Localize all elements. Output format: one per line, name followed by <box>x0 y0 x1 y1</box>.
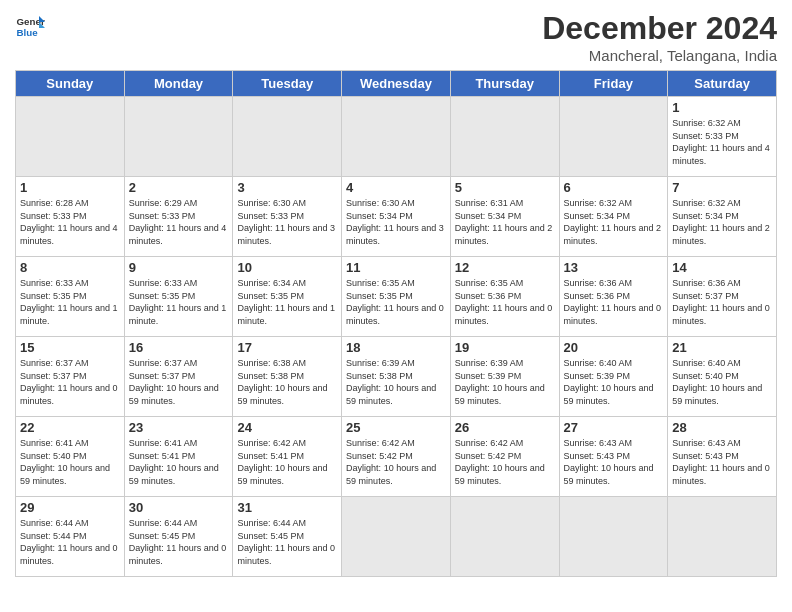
daylight: Daylight: 11 hours and 0 minutes. <box>129 543 227 566</box>
daylight: Daylight: 11 hours and 4 minutes. <box>129 223 227 246</box>
calendar-cell <box>342 97 451 177</box>
calendar-cell: 4 Sunrise: 6:30 AM Sunset: 5:34 PM Dayli… <box>342 177 451 257</box>
daylight: Daylight: 10 hours and 59 minutes. <box>129 383 219 406</box>
day-info: Sunrise: 6:44 AM Sunset: 5:45 PM Dayligh… <box>129 517 229 567</box>
day-number: 10 <box>237 260 337 275</box>
calendar-cell: 25 Sunrise: 6:42 AM Sunset: 5:42 PM Dayl… <box>342 417 451 497</box>
daylight: Daylight: 11 hours and 0 minutes. <box>346 303 444 326</box>
sunset: Sunset: 5:45 PM <box>237 531 304 541</box>
sunrise: Sunrise: 6:40 AM <box>672 358 741 368</box>
calendar-week-4: 22 Sunrise: 6:41 AM Sunset: 5:40 PM Dayl… <box>16 417 777 497</box>
calendar-cell <box>16 97 125 177</box>
daylight: Daylight: 11 hours and 0 minutes. <box>20 543 118 566</box>
calendar-cell: 23 Sunrise: 6:41 AM Sunset: 5:41 PM Dayl… <box>124 417 233 497</box>
sunset: Sunset: 5:39 PM <box>455 371 522 381</box>
daylight: Daylight: 11 hours and 0 minutes. <box>672 463 770 486</box>
sunset: Sunset: 5:34 PM <box>672 211 739 221</box>
day-number: 30 <box>129 500 229 515</box>
title-section: December 2024 Mancheral, Telangana, Indi… <box>542 10 777 64</box>
daylight: Daylight: 10 hours and 59 minutes. <box>564 383 654 406</box>
day-info: Sunrise: 6:44 AM Sunset: 5:45 PM Dayligh… <box>237 517 337 567</box>
sunset: Sunset: 5:34 PM <box>564 211 631 221</box>
calendar-container: General Blue December 2024 Mancheral, Te… <box>0 0 792 587</box>
daylight: Daylight: 11 hours and 0 minutes. <box>672 303 770 326</box>
day-info: Sunrise: 6:32 AM Sunset: 5:33 PM Dayligh… <box>672 117 772 167</box>
col-friday: Friday <box>559 71 668 97</box>
sunset: Sunset: 5:39 PM <box>564 371 631 381</box>
sunset: Sunset: 5:40 PM <box>672 371 739 381</box>
day-info: Sunrise: 6:41 AM Sunset: 5:41 PM Dayligh… <box>129 437 229 487</box>
day-number: 13 <box>564 260 664 275</box>
sunset: Sunset: 5:37 PM <box>129 371 196 381</box>
sunset: Sunset: 5:33 PM <box>129 211 196 221</box>
sunset: Sunset: 5:43 PM <box>672 451 739 461</box>
day-info: Sunrise: 6:29 AM Sunset: 5:33 PM Dayligh… <box>129 197 229 247</box>
daylight: Daylight: 10 hours and 59 minutes. <box>346 383 436 406</box>
sunset: Sunset: 5:41 PM <box>129 451 196 461</box>
sunset: Sunset: 5:35 PM <box>237 291 304 301</box>
calendar-cell: 1 Sunrise: 6:28 AM Sunset: 5:33 PM Dayli… <box>16 177 125 257</box>
calendar-week-3: 15 Sunrise: 6:37 AM Sunset: 5:37 PM Dayl… <box>16 337 777 417</box>
calendar-table: Sunday Monday Tuesday Wednesday Thursday… <box>15 70 777 577</box>
day-number: 2 <box>129 180 229 195</box>
sunrise: Sunrise: 6:29 AM <box>129 198 198 208</box>
day-number: 12 <box>455 260 555 275</box>
sunset: Sunset: 5:40 PM <box>20 451 87 461</box>
calendar-cell <box>559 497 668 577</box>
daylight: Daylight: 10 hours and 59 minutes. <box>20 463 110 486</box>
sunrise: Sunrise: 6:28 AM <box>20 198 89 208</box>
col-wednesday: Wednesday <box>342 71 451 97</box>
col-sunday: Sunday <box>16 71 125 97</box>
day-number: 8 <box>20 260 120 275</box>
sunrise: Sunrise: 6:43 AM <box>564 438 633 448</box>
calendar-cell <box>233 97 342 177</box>
month-title: December 2024 <box>542 10 777 47</box>
day-info: Sunrise: 6:43 AM Sunset: 5:43 PM Dayligh… <box>672 437 772 487</box>
day-info: Sunrise: 6:39 AM Sunset: 5:38 PM Dayligh… <box>346 357 446 407</box>
day-number: 29 <box>20 500 120 515</box>
day-info: Sunrise: 6:42 AM Sunset: 5:42 PM Dayligh… <box>346 437 446 487</box>
day-number: 1 <box>672 100 772 115</box>
day-info: Sunrise: 6:33 AM Sunset: 5:35 PM Dayligh… <box>20 277 120 327</box>
col-thursday: Thursday <box>450 71 559 97</box>
sunrise: Sunrise: 6:35 AM <box>455 278 524 288</box>
day-number: 17 <box>237 340 337 355</box>
calendar-cell: 5 Sunrise: 6:31 AM Sunset: 5:34 PM Dayli… <box>450 177 559 257</box>
sunset: Sunset: 5:42 PM <box>346 451 413 461</box>
calendar-cell: 20 Sunrise: 6:40 AM Sunset: 5:39 PM Dayl… <box>559 337 668 417</box>
calendar-cell: 27 Sunrise: 6:43 AM Sunset: 5:43 PM Dayl… <box>559 417 668 497</box>
sunset: Sunset: 5:35 PM <box>346 291 413 301</box>
sunset: Sunset: 5:36 PM <box>564 291 631 301</box>
sunrise: Sunrise: 6:30 AM <box>346 198 415 208</box>
calendar-cell: 6 Sunrise: 6:32 AM Sunset: 5:34 PM Dayli… <box>559 177 668 257</box>
calendar-cell: 26 Sunrise: 6:42 AM Sunset: 5:42 PM Dayl… <box>450 417 559 497</box>
calendar-cell: 14 Sunrise: 6:36 AM Sunset: 5:37 PM Dayl… <box>668 257 777 337</box>
day-info: Sunrise: 6:39 AM Sunset: 5:39 PM Dayligh… <box>455 357 555 407</box>
daylight: Daylight: 11 hours and 2 minutes. <box>672 223 770 246</box>
day-info: Sunrise: 6:40 AM Sunset: 5:39 PM Dayligh… <box>564 357 664 407</box>
calendar-cell <box>668 497 777 577</box>
calendar-week-5: 29 Sunrise: 6:44 AM Sunset: 5:44 PM Dayl… <box>16 497 777 577</box>
header: General Blue December 2024 Mancheral, Te… <box>15 10 777 64</box>
day-info: Sunrise: 6:35 AM Sunset: 5:36 PM Dayligh… <box>455 277 555 327</box>
day-info: Sunrise: 6:36 AM Sunset: 5:36 PM Dayligh… <box>564 277 664 327</box>
day-info: Sunrise: 6:30 AM Sunset: 5:33 PM Dayligh… <box>237 197 337 247</box>
day-info: Sunrise: 6:33 AM Sunset: 5:35 PM Dayligh… <box>129 277 229 327</box>
sunrise: Sunrise: 6:42 AM <box>346 438 415 448</box>
calendar-cell: 29 Sunrise: 6:44 AM Sunset: 5:44 PM Dayl… <box>16 497 125 577</box>
sunrise: Sunrise: 6:40 AM <box>564 358 633 368</box>
calendar-cell: 18 Sunrise: 6:39 AM Sunset: 5:38 PM Dayl… <box>342 337 451 417</box>
sunrise: Sunrise: 6:39 AM <box>455 358 524 368</box>
calendar-week-2: 8 Sunrise: 6:33 AM Sunset: 5:35 PM Dayli… <box>16 257 777 337</box>
sunrise: Sunrise: 6:44 AM <box>20 518 89 528</box>
sunset: Sunset: 5:42 PM <box>455 451 522 461</box>
sunrise: Sunrise: 6:37 AM <box>129 358 198 368</box>
calendar-cell: 12 Sunrise: 6:35 AM Sunset: 5:36 PM Dayl… <box>450 257 559 337</box>
sunrise: Sunrise: 6:30 AM <box>237 198 306 208</box>
daylight: Daylight: 11 hours and 0 minutes. <box>564 303 662 326</box>
day-number: 9 <box>129 260 229 275</box>
daylight: Daylight: 11 hours and 0 minutes. <box>20 383 118 406</box>
day-number: 26 <box>455 420 555 435</box>
sunset: Sunset: 5:37 PM <box>672 291 739 301</box>
day-info: Sunrise: 6:42 AM Sunset: 5:41 PM Dayligh… <box>237 437 337 487</box>
